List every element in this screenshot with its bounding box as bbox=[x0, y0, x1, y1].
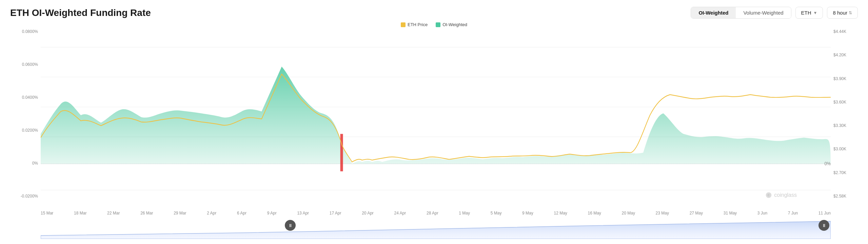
pause-button-right[interactable]: ⏸ bbox=[818, 220, 829, 231]
legend-eth-price: ETH Price bbox=[401, 22, 428, 27]
legend-oi-weighted: OI-Weighted bbox=[436, 22, 467, 27]
eth-price-legend-color bbox=[401, 22, 406, 27]
svg-rect-6 bbox=[340, 134, 343, 171]
y-axis-right-label: $2.70K bbox=[833, 170, 846, 175]
controls: OI-Weighted Volume-Weighted ETH ▼ 8 hour… bbox=[691, 7, 858, 19]
pause-icon-right: ⏸ bbox=[822, 223, 826, 228]
chart-legend: ETH Price OI-Weighted bbox=[10, 22, 858, 27]
tab-oi-weighted[interactable]: OI-Weighted bbox=[691, 7, 736, 18]
y-axis-right-label: $3.90K bbox=[833, 76, 846, 81]
mini-chart-container bbox=[41, 212, 831, 239]
pause-button-left[interactable]: ⏸ bbox=[285, 220, 296, 231]
oi-weighted-legend-color bbox=[436, 22, 440, 27]
y-axis-right-label: $3.60K bbox=[833, 100, 846, 105]
main-chart-svg-container: 0% 15 Mar18 Mar22 Mar26 Mar29 Mar2 Apr6 … bbox=[41, 29, 831, 209]
y-axis-right-label: $4.20K bbox=[833, 53, 846, 57]
asset-selector[interactable]: ETH ▼ bbox=[795, 7, 823, 19]
y-axis-right-label: $3.00K bbox=[833, 147, 846, 151]
y-axis-right-label: $3.30K bbox=[833, 123, 846, 128]
hour-selector[interactable]: 8 hour ⇅ bbox=[827, 7, 858, 19]
tab-volume-weighted[interactable]: Volume-Weighted bbox=[736, 7, 791, 18]
main-chart-wrapper: 0.0800%0.0600%0.0400%0.0200%0%-0.0200% bbox=[10, 29, 858, 209]
mini-chart-wrapper: ⏸ ⏸ bbox=[10, 210, 858, 241]
y-axis-left-label: 0% bbox=[32, 161, 38, 166]
oi-weighted-label: OI-Weighted bbox=[442, 22, 467, 27]
y-axis-left-label: 0.0800% bbox=[22, 29, 38, 34]
y-axis-left-label: -0.0200% bbox=[21, 194, 38, 199]
y-axis-left-label: 0.0200% bbox=[22, 128, 38, 133]
y-axis-left: 0.0800%0.0600%0.0400%0.0200%0%-0.0200% bbox=[10, 29, 41, 209]
page-title: ETH OI-Weighted Funding Rate bbox=[10, 7, 151, 18]
pause-icon-left: ⏸ bbox=[288, 223, 293, 228]
y-axis-right: $4.44K$4.20K$3.90K$3.60K$3.30K$3.00K$2.7… bbox=[831, 29, 858, 209]
y-axis-left-label: 0.0400% bbox=[22, 95, 38, 100]
up-down-icon: ⇅ bbox=[849, 11, 852, 15]
app-container: ETH OI-Weighted Funding Rate OI-Weighted… bbox=[0, 0, 868, 244]
chart-area: ETH Price OI-Weighted 0.0800%0.0600%0.04… bbox=[10, 22, 858, 241]
header: ETH OI-Weighted Funding Rate OI-Weighted… bbox=[10, 7, 858, 19]
eth-price-label: ETH Price bbox=[408, 22, 428, 27]
weight-tab-group: OI-Weighted Volume-Weighted bbox=[691, 7, 791, 19]
y-axis-right-label: $4.44K bbox=[833, 29, 846, 34]
svg-text:0%: 0% bbox=[824, 161, 831, 167]
chevron-down-icon: ▼ bbox=[813, 11, 817, 15]
y-axis-right-label: $2.58K bbox=[833, 194, 846, 199]
y-axis-left-label: 0.0600% bbox=[22, 62, 38, 67]
